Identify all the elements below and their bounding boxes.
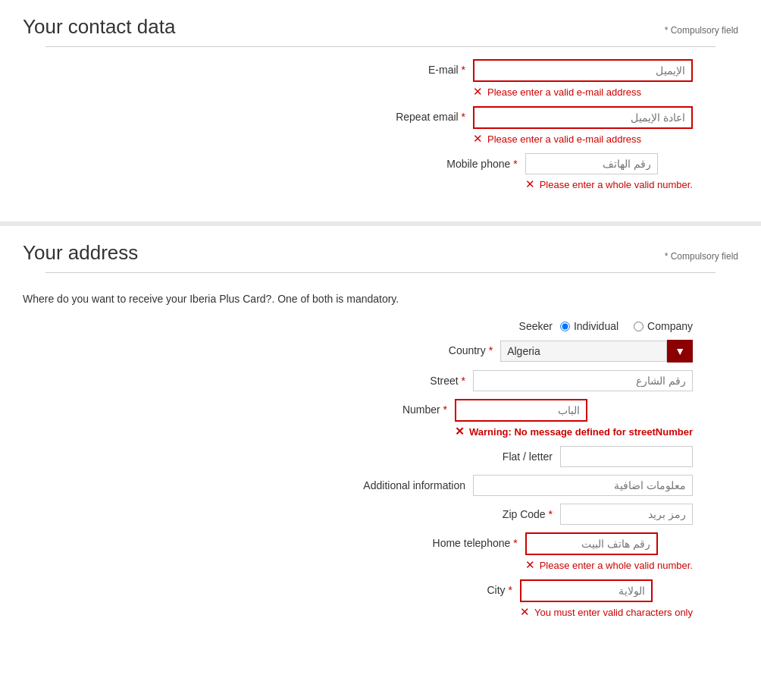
flat-label: Flat / letter [431,446,553,463]
repeat-email-error-icon: ✕ [473,132,483,146]
chevron-down-icon: ▼ [675,345,685,357]
seeker-company-label: Company [647,320,693,332]
seeker-individual-option[interactable]: Individual [560,320,619,332]
repeat-email-control-wrapper: ✕ Please enter a valid e-mail address [473,106,693,146]
repeat-email-error: ✕ Please enter a valid e-mail address [473,132,693,146]
zip-label: Zip Code * [431,504,553,520]
country-label: Country * [371,340,493,356]
city-error-icon: ✕ [520,605,530,619]
seeker-individual-label: Individual [574,320,619,332]
additional-group: Additional information [23,475,738,496]
additional-input[interactable] [473,475,693,496]
mobile-phone-group: Mobile phone * ✕ Please enter a whole va… [23,153,738,191]
mobile-phone-error-icon: ✕ [525,177,535,191]
country-wrapper: Algeria ▼ [500,340,693,363]
repeat-email-input[interactable] [473,106,693,129]
city-control-wrapper: ✕ You must enter valid characters only [520,579,693,619]
number-control-wrapper: ✕ Warning: No message defined for street… [455,399,693,438]
seeker-company-option[interactable]: Company [634,320,693,332]
number-label: Number * [326,399,447,416]
flat-group: Flat / letter [23,446,738,467]
zip-group: Zip Code * [23,504,738,525]
address-info: Where do you want to receive your Iberia… [23,285,738,305]
contact-compulsory: * Compulsory field [665,25,738,36]
address-title: Your address [23,241,138,265]
email-label: E-mail * [344,59,465,76]
seeker-row: Seeker Individual Company [23,320,738,332]
email-error-icon: ✕ [473,85,483,99]
home-telephone-error-icon: ✕ [525,558,535,572]
number-group: Number * ✕ Warning: No message defined f… [23,399,738,438]
street-control-wrapper [473,370,693,391]
city-input[interactable] [520,579,653,602]
contact-title: Your contact data [23,15,175,39]
mobile-phone-control-wrapper: ✕ Please enter a whole valid number. [525,153,693,191]
repeat-email-label: Repeat email * [344,106,465,123]
city-label: City * [391,579,512,596]
additional-label: Additional information [344,475,465,491]
seeker-radio-group: Individual Company [560,320,693,332]
email-error: ✕ Please enter a valid e-mail address [473,85,693,99]
city-group: City * ✕ You must enter valid characters… [23,579,738,619]
additional-control-wrapper [473,475,693,496]
email-control-wrapper: ✕ Please enter a valid e-mail address [473,59,693,99]
city-error: ✕ You must enter valid characters only [520,605,693,619]
mobile-phone-label: Mobile phone * [396,153,518,170]
home-telephone-control-wrapper: ✕ Please enter a whole valid number. [525,532,693,572]
email-group: E-mail * ✕ Please enter a valid e-mail a… [23,59,738,99]
seeker-company-radio[interactable] [634,322,644,331]
number-warning: ✕ Warning: No message defined for street… [455,425,693,438]
street-group: Street * [23,370,738,391]
flat-input[interactable] [560,446,693,467]
flat-control-wrapper [560,446,693,467]
home-telephone-label: Home telephone * [396,532,518,549]
home-telephone-error: ✕ Please enter a whole valid number. [525,558,693,572]
repeat-email-group: Repeat email * ✕ Please enter a valid e-… [23,106,738,146]
number-input[interactable] [455,399,587,422]
mobile-phone-error: ✕ Please enter a whole valid number. [525,177,693,191]
zip-input[interactable] [560,504,693,525]
zip-control-wrapper [560,504,693,525]
seeker-individual-radio[interactable] [560,322,570,331]
country-group: Country * Algeria ▼ [23,340,738,363]
address-compulsory: * Compulsory field [665,251,738,262]
home-telephone-input[interactable] [525,532,658,555]
seeker-label: Seeker [431,320,553,332]
country-dropdown-button[interactable]: ▼ [667,340,693,363]
country-select[interactable]: Algeria [500,341,667,362]
street-label: Street * [344,370,465,387]
email-input[interactable] [473,59,693,82]
home-telephone-group: Home telephone * ✕ Please enter a whole … [23,532,738,572]
street-input[interactable] [473,370,693,391]
mobile-phone-input[interactable] [525,153,658,174]
number-warning-icon: ✕ [455,425,465,438]
